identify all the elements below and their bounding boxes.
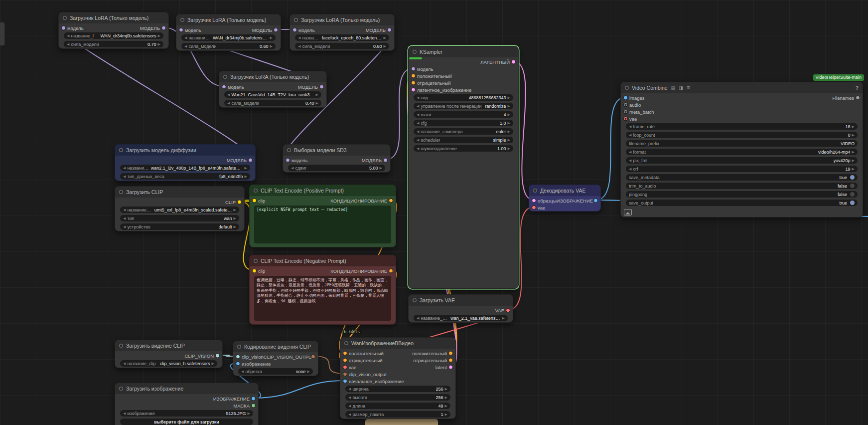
output-port-МАСКА[interactable] [251, 404, 256, 408]
widget-сдвиг[interactable]: ◀сдвиг5.00▶ [288, 165, 385, 171]
widget-размер_пакета[interactable]: ◀размер_пакета1▶ [345, 411, 450, 418]
node-collapse-dot[interactable] [180, 18, 184, 22]
widget-сид[interactable]: ◀сид486881256682343▶ [414, 94, 513, 101]
node-header[interactable]: Video Combine▤◨⊞? [621, 82, 863, 93]
node-collapse-dot[interactable] [344, 341, 348, 345]
output-port-Filenames[interactable] [856, 96, 860, 100]
decrement-arrow-icon[interactable]: ◀ [67, 34, 69, 38]
widget-название_clip[interactable]: ◀название_clipclip_vision_h.safetensors▶ [120, 360, 217, 367]
node-collapse-dot[interactable] [254, 259, 258, 263]
widget-тип_данных_веса[interactable]: ◀тип_данных_весаfp8_e4m3fn▶ [120, 173, 250, 180]
widget-сила_модели[interactable]: ◀сила_модели0.40▶ [224, 100, 321, 106]
input-port-images[interactable] [623, 96, 628, 100]
node-collapse-dot[interactable] [119, 387, 123, 391]
increment-arrow-icon[interactable]: ▶ [248, 412, 250, 416]
increment-arrow-icon[interactable]: ▶ [316, 93, 318, 97]
node-lora-loader-2[interactable]: Загрузчик LoRA (Только модель)модельМОДЕ… [176, 14, 281, 51]
increment-arrow-icon[interactable]: ▶ [508, 104, 510, 108]
increment-arrow-icon[interactable]: ▶ [212, 362, 214, 366]
node-header[interactable]: KSampler [409, 46, 518, 57]
increment-arrow-icon[interactable]: ▶ [158, 34, 160, 38]
widget-сила_модели[interactable]: ◀сила_модели0.70▶ [64, 41, 163, 47]
increment-arrow-icon[interactable]: ▶ [508, 147, 510, 151]
output-port-ИЗОБРАЖЕНИЕ[interactable] [251, 397, 256, 401]
widget-высота[interactable]: ◀высота256▶ [345, 394, 450, 401]
output-port-МОДЕЛЬ[interactable] [383, 158, 388, 163]
node-header[interactable]: Загрузить изображение [115, 383, 258, 394]
widget-название_l[interactable]: ◀название_lWAN_dr34mj0b.safetensors▶ [64, 32, 163, 39]
increment-arrow-icon[interactable]: ▶ [234, 225, 236, 229]
widget-устройство[interactable]: ◀устройствоdefault▶ [120, 223, 239, 230]
node-clip-vision-encode[interactable]: Кодирование видения CLIPclip_visionCLIP_… [233, 341, 318, 376]
increment-arrow-icon[interactable]: ▶ [445, 387, 447, 391]
increment-arrow-icon[interactable]: ▶ [384, 44, 386, 48]
output-port-положительный[interactable] [448, 351, 453, 356]
decrement-arrow-icon[interactable]: ◀ [348, 387, 351, 391]
input-port-vae[interactable] [343, 365, 347, 370]
input-port-clip_vision_output[interactable] [343, 372, 347, 377]
widget-format[interactable]: ◀formatvideo/h264-mp4▶ [626, 149, 858, 155]
input-port-отрицательный[interactable] [411, 81, 416, 85]
output-port-CLIP_VISION[interactable] [215, 354, 220, 358]
increment-arrow-icon[interactable]: ▶ [502, 316, 505, 320]
widget-button[interactable]: выберите файл для загрузки [120, 419, 253, 425]
widget-pingpong[interactable]: pingpongfalse [626, 191, 858, 198]
increment-arrow-icon[interactable]: ▶ [445, 396, 447, 400]
widget-изображение[interactable]: ◀изображение5125.JPG▶ [120, 410, 253, 417]
decrement-arrow-icon[interactable]: ◀ [348, 396, 351, 400]
output-port-VAE[interactable] [506, 308, 510, 313]
node-collapse-dot[interactable] [119, 148, 123, 152]
output-port-отрицательный[interactable] [448, 358, 453, 363]
node-collapse-dot[interactable] [287, 148, 291, 152]
node-collapse-dot[interactable] [237, 345, 241, 349]
widget-управление после генерации[interactable]: ◀управление после генерацииrandomize▶ [414, 103, 513, 109]
widget-trim_to_audio[interactable]: trim_to_audiofalse [626, 183, 858, 189]
widget-обрезка[interactable]: ◀обрезкаnone▶ [238, 368, 313, 375]
decrement-arrow-icon[interactable]: ◀ [417, 113, 419, 117]
decrement-arrow-icon[interactable]: ◀ [123, 362, 126, 366]
input-port-audio[interactable] [623, 103, 628, 107]
node-header[interactable]: WanИзображениеВВидео [340, 338, 455, 349]
widget-crf[interactable]: ◀crf19▶ [626, 166, 858, 172]
decrement-arrow-icon[interactable]: ◀ [417, 130, 419, 134]
output-port-ЛАТЕНТНЫЙ[interactable] [511, 60, 516, 64]
decrement-arrow-icon[interactable]: ◀ [241, 370, 244, 374]
widget-combo[interactable]: ◀Wan21_CausVid_14B_T2V_lora_rank32...▶ [224, 91, 321, 98]
toggle-knob[interactable] [850, 192, 855, 197]
increment-arrow-icon[interactable]: ▶ [307, 370, 310, 374]
node-collapse-dot[interactable] [63, 16, 67, 20]
widget-pix_fmt[interactable]: ◀pix_fmtyuv420p▶ [626, 157, 858, 164]
node-header[interactable]: Декодировать VAE [529, 185, 600, 196]
input-port-модель[interactable] [179, 28, 183, 32]
input-port-начальное_изображение[interactable] [343, 379, 347, 384]
increment-arrow-icon[interactable]: ▶ [852, 159, 855, 163]
node-model-sampling-sd3[interactable]: Выборка модели SD3модельМОДЕЛЬ◀сдвиг5.00… [283, 144, 391, 173]
output-port-МОДЕЛЬ[interactable] [319, 85, 324, 89]
decrement-arrow-icon[interactable]: ◀ [417, 96, 419, 100]
increment-arrow-icon[interactable]: ▶ [380, 166, 382, 170]
prompt-textarea[interactable]: 色调艳丽，过曝，静态，细节模糊不清，字幕，风格，作品，画作，画面，静止，整体发灰… [254, 276, 391, 321]
decrement-arrow-icon[interactable]: ◀ [291, 166, 293, 170]
node-collapse-dot[interactable] [533, 189, 537, 193]
increment-arrow-icon[interactable]: ▶ [245, 166, 247, 170]
node-header[interactable]: CLIP Text Encode (Positive Prompt) [250, 185, 396, 196]
node-lora-loader-1[interactable]: Загрузчик LoRA (Только модель)модельМОДЕ… [58, 12, 169, 49]
decrement-arrow-icon[interactable]: ◀ [629, 167, 631, 171]
output-port-КОНДИЦИОНИРОВАНИЕ[interactable] [389, 269, 393, 273]
decrement-arrow-icon[interactable]: ◀ [348, 404, 351, 408]
decrement-arrow-icon[interactable]: ◀ [298, 44, 300, 48]
widget-длина[interactable]: ◀длина49▶ [345, 403, 450, 409]
node-lora-loader-4[interactable]: Загрузчик LoRA (Только модель)модельМОДЕ… [219, 71, 327, 108]
increment-arrow-icon[interactable]: ▶ [852, 167, 855, 171]
decrement-arrow-icon[interactable]: ◀ [123, 225, 126, 229]
output-port-МОДЕЛЬ[interactable] [274, 28, 278, 32]
output-port-CLIP[interactable] [237, 200, 242, 205]
increment-arrow-icon[interactable]: ▶ [234, 216, 236, 220]
decrement-arrow-icon[interactable]: ◀ [227, 101, 230, 105]
node-header[interactable]: Загрузчик LoRA (Только модель) [176, 14, 281, 25]
output-port-МОДЕЛЬ[interactable] [387, 28, 392, 32]
node-title-icon-2[interactable]: ⊞ [687, 85, 691, 90]
output-port-МОДЕЛЬ[interactable] [248, 158, 253, 163]
decrement-arrow-icon[interactable]: ◀ [417, 138, 419, 142]
increment-arrow-icon[interactable]: ▶ [508, 138, 510, 142]
